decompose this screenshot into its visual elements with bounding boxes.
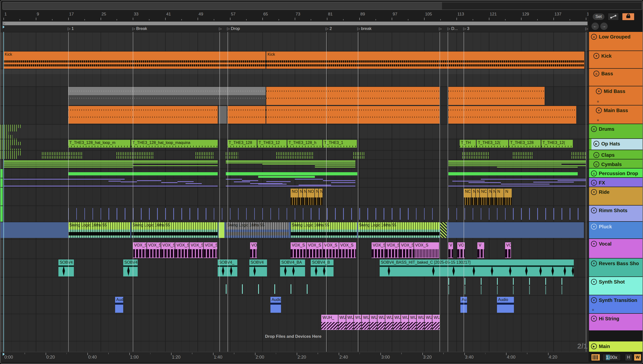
clip-ride[interactable]: NC	[464, 188, 471, 205]
clip-wuh[interactable]: WU	[417, 315, 424, 330]
clip-wuh[interactable]: WU	[425, 315, 432, 330]
overview-viewport[interactable]	[3, 2, 442, 10]
clip-swing-hatch[interactable]	[440, 222, 447, 238]
fold-track-icon[interactable]: ▼	[591, 316, 597, 322]
track-header-vocal[interactable]: ▼Vocal	[589, 239, 643, 258]
track-header-synth-shot[interactable]: ▼Synth Shot	[589, 277, 643, 295]
track-header-pluck[interactable]: ▼Pluck	[589, 222, 643, 238]
track-header-claps[interactable]: ≡Claps	[591, 150, 643, 159]
clip-wuh[interactable]: WU	[393, 315, 400, 330]
track-header-synth-transition[interactable]: ▼Synth Transition≡	[589, 295, 643, 313]
clip-hat-loop[interactable]: T_THE3_12	[257, 140, 287, 148]
row-bass[interactable]	[1, 69, 588, 86]
track-header-revers-bass-sho[interactable]: ▼Revers Bass Sho	[589, 258, 643, 276]
clip-wuh[interactable]: WU	[362, 315, 369, 330]
row-rimm-shots[interactable]	[1, 206, 588, 222]
locator-marker[interactable]: ▷Drop	[227, 26, 240, 32]
clip-ride[interactable]: N	[472, 188, 475, 205]
clip-swing-logic[interactable]: Swing Logic 16ths 55	[291, 222, 357, 238]
row-cymbals[interactable]	[1, 160, 588, 168]
track-header-mid-bass[interactable]: ▼Mid Bass≡	[594, 86, 643, 105]
clip-swing-logic[interactable]: Swing Logic 16ths 55	[358, 222, 440, 238]
track-header-drums[interactable]: ≡Drums	[589, 124, 643, 138]
clip-vox[interactable]: V	[448, 242, 453, 258]
fold-track-icon[interactable]: ▼	[593, 53, 599, 59]
locator-marker[interactable]: ▷	[439, 26, 442, 32]
group-fold-icon[interactable]: ≡	[591, 170, 597, 176]
row-percussion-drop[interactable]	[1, 168, 588, 178]
clip-vox[interactable]: VOX_S	[307, 242, 322, 258]
perc-bar[interactable]	[226, 172, 357, 176]
perc-bar[interactable]	[448, 172, 578, 176]
clip-midi-orange[interactable]	[68, 106, 218, 124]
clip-hat-loop[interactable]: T_THE3_12(	[541, 140, 573, 148]
arrangement-overview[interactable]	[3, 2, 642, 10]
clip-ride[interactable]: NO	[291, 188, 298, 205]
clip-hat-loop[interactable]: T_TH	[460, 140, 476, 148]
clip-ride[interactable]: N	[319, 188, 322, 205]
clip-ride[interactable]: N	[303, 188, 306, 205]
clip-vox[interactable]: VO	[505, 242, 511, 258]
clip-vox[interactable]: VOX_S	[175, 242, 189, 258]
arrangement-clip-area[interactable]: KickKickT_THE3_128_hat_loop_mT_THE3_128_…	[1, 32, 588, 352]
clip-vox[interactable]: V	[477, 242, 484, 258]
clip-audio[interactable]: Audio	[270, 297, 281, 313]
track-header-percussion-drop[interactable]: ≡Percussion Drop	[589, 168, 643, 177]
row-kick[interactable]: KickKick	[1, 51, 588, 69]
track-header-rimm-shots[interactable]: ▼Rimm Shots	[589, 206, 643, 221]
track-header-kick[interactable]: ▼Kick	[591, 51, 643, 68]
clip-vox[interactable]: VOX_S	[372, 242, 385, 258]
fold-track-icon[interactable]: ▼	[596, 108, 602, 113]
fold-track-icon[interactable]: ▼	[591, 241, 597, 247]
clip-vox[interactable]: VOX_S	[400, 242, 413, 258]
clip-ride[interactable]: N	[496, 188, 504, 205]
row-synth-shot[interactable]	[1, 277, 588, 295]
clip-swing-logic[interactable]: Swing Logic 16ths 55	[226, 222, 289, 238]
clip-midi-orange[interactable]	[448, 106, 576, 124]
track-header-hi-string[interactable]: ▼Hi String	[589, 314, 643, 330]
group-fold-icon[interactable]: ≡	[593, 71, 599, 76]
clip-sobv[interactable]: SOBV4_BA	[280, 260, 305, 276]
track-header-cymbals[interactable]: ≡Cymbals	[591, 160, 643, 168]
clip-vox[interactable]: VOX_S	[204, 242, 217, 258]
locator-marker[interactable]: ▷3	[463, 26, 469, 32]
track-header-op-hats[interactable]: ▶Op Hats	[591, 139, 643, 150]
clip-kick[interactable]: Kick	[266, 52, 584, 69]
clip-vox[interactable]: VOX_S	[190, 242, 203, 258]
track-header-low-grouped[interactable]: ≡Low Grouped	[589, 32, 643, 50]
clip-wuh[interactable]: WUH_	[321, 315, 338, 330]
clip-kick[interactable]: Kick	[4, 52, 266, 69]
clip-wuh[interactable]: WU	[409, 315, 416, 330]
clip-audio[interactable]: Audio	[115, 297, 123, 313]
clip-vox[interactable]: VO	[250, 242, 257, 258]
clip-vox[interactable]: VOX_S	[323, 242, 339, 258]
clip-hat-loop[interactable]: T_THE3_128	[228, 140, 257, 148]
fold-track-icon[interactable]: ▼	[591, 297, 597, 303]
locator-marker[interactable]: ▷	[219, 26, 222, 32]
clip-ride[interactable]: N	[488, 188, 491, 205]
clip-sobv[interactable]: SOBV4_B	[311, 260, 333, 276]
row-revers-bass-sho[interactable]: SOBV4SOBV4SOBV4_SOBV4SOBV4_BASOBV4_BSOBV…	[1, 258, 588, 277]
row-pluck[interactable]: Swing Logic 16ths 55Swing Logic 16ths 55…	[1, 222, 588, 239]
clip-vox[interactable]: VOX_S	[291, 242, 306, 258]
width-zoom-button[interactable]: W	[634, 354, 641, 361]
clip-sobv[interactable]: SOBV4	[123, 260, 138, 276]
fold-track-icon[interactable]: ▼	[591, 189, 597, 195]
clip-ride[interactable]: N	[315, 188, 318, 205]
clip-midi-orange[interactable]	[266, 106, 439, 124]
track-header-main-bass[interactable]: ▼Main Bass≡	[594, 106, 643, 124]
audio-engine-button[interactable]	[591, 354, 600, 361]
group-fold-icon[interactable]: ≡	[591, 180, 597, 186]
clip-wuh[interactable]: WU	[377, 315, 385, 330]
row-main-bass[interactable]	[1, 106, 588, 124]
back-arrow-button[interactable]: ←	[591, 22, 599, 30]
automation-mode-button[interactable]	[608, 13, 619, 20]
clip-wuh[interactable]: WU	[370, 315, 377, 330]
clip-wuh[interactable]: WU	[432, 315, 440, 330]
clip-vox[interactable]: VOX_S	[133, 242, 147, 258]
row-hi-string[interactable]: WUH_WUWUWUWUWUWUWUWUWUWUWUWUWU	[1, 314, 588, 331]
fold-track-icon[interactable]: ▼	[591, 279, 597, 285]
clip-wuh[interactable]: WU	[338, 315, 346, 330]
clip-wuh[interactable]: WU	[385, 315, 393, 330]
play-track-icon[interactable]: ▶	[591, 344, 597, 349]
